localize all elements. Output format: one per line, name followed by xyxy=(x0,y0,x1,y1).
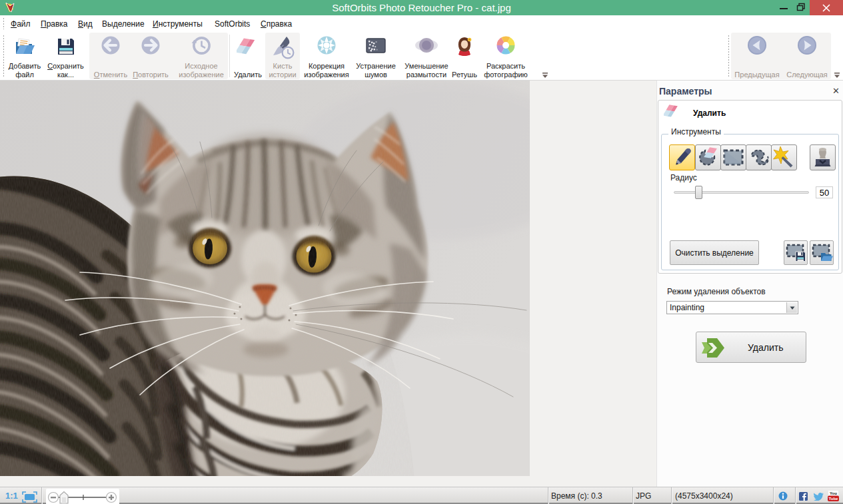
svg-text:Tube: Tube xyxy=(829,497,839,501)
svg-text:You: You xyxy=(830,491,837,495)
